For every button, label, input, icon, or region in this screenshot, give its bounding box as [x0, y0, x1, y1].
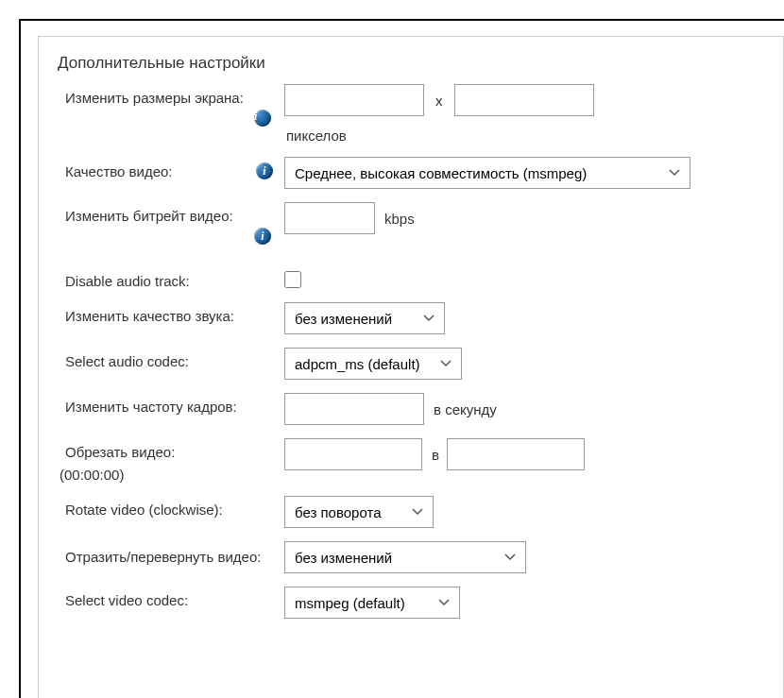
crop-to-input[interactable]: [447, 438, 585, 470]
disable-audio-checkbox[interactable]: [284, 271, 301, 288]
control-frame-rate: в секунду: [284, 393, 764, 425]
row-audio-quality: Изменить качество звука: без изменений: [58, 302, 764, 334]
video-bitrate-input[interactable]: [284, 202, 375, 234]
label-crop-video: Обрезать видео:: [58, 438, 284, 460]
row-video-bitrate: Изменить битрейт видео: i kbps: [58, 202, 764, 245]
label-audio-quality: Изменить качество звука:: [58, 302, 284, 324]
audio-quality-select[interactable]: без изменений: [284, 302, 445, 334]
control-video-quality: Среднее, высокая совместимость (msmpeg): [284, 157, 764, 189]
crop-separator: в: [432, 447, 439, 463]
screen-height-input[interactable]: [454, 84, 594, 116]
control-video-bitrate: kbps: [284, 202, 764, 234]
control-screen-size: x пикселов: [284, 84, 764, 144]
label-text-crop-video: Обрезать видео:: [65, 444, 175, 460]
label-text-audio-codec: Select audio codec:: [65, 353, 189, 369]
label-video-codec: Select video codec:: [58, 587, 284, 608]
control-audio-quality: без изменений: [284, 302, 764, 334]
rotate-select[interactable]: без поворота: [284, 496, 434, 528]
screen-size-unit: пикселов: [284, 128, 764, 144]
control-audio-codec: adpcm_ms (default): [284, 348, 764, 380]
row-video-quality: Качество видео: i Среднее, высокая совме…: [58, 157, 764, 189]
video-quality-select[interactable]: Среднее, высокая совместимость (msmpeg): [284, 157, 690, 189]
audio-codec-select[interactable]: adpcm_ms (default): [284, 348, 462, 380]
label-text-disable-audio: Disable audio track:: [65, 273, 190, 289]
label-text-video-quality: Качество видео:: [65, 163, 173, 179]
label-frame-rate: Изменить частоту кадров:: [58, 393, 284, 415]
panel-title: Дополнительные настройки: [58, 54, 764, 73]
row-video-codec: Select video codec: msmpeg (default): [58, 587, 764, 619]
frame-rate-input[interactable]: [284, 393, 424, 425]
control-crop-video: в: [284, 438, 764, 470]
video-codec-select[interactable]: msmpeg (default): [284, 587, 460, 619]
info-icon[interactable]: i: [254, 228, 271, 245]
label-text-flip: Отразить/перевернуть видео:: [65, 549, 261, 565]
row-audio-codec: Select audio codec: adpcm_ms (default): [58, 348, 764, 380]
control-video-codec: msmpeg (default): [284, 587, 764, 619]
label-text-screen-size: Изменить размеры экрана:: [65, 90, 244, 106]
row-disable-audio: Disable audio track:: [58, 267, 764, 289]
label-disable-audio: Disable audio track:: [58, 267, 284, 289]
info-icon[interactable]: i: [254, 110, 271, 127]
outer-frame: Дополнительные настройки Изменить размер…: [19, 19, 784, 698]
row-rotate: Rotate video (clockwise): без поворота: [58, 496, 764, 528]
info-icon[interactable]: i: [256, 162, 273, 179]
frame-rate-unit: в секунду: [434, 401, 497, 417]
label-rotate: Rotate video (clockwise):: [58, 496, 284, 518]
control-disable-audio: [284, 267, 764, 288]
screen-width-input[interactable]: [284, 84, 424, 116]
label-screen-size: Изменить размеры экрана: i: [58, 84, 284, 127]
label-text-audio-quality: Изменить качество звука:: [65, 308, 234, 324]
control-rotate: без поворота: [284, 496, 764, 528]
row-frame-rate: Изменить частоту кадров: в секунду: [58, 393, 764, 425]
row-crop-video: Обрезать видео: в: [58, 438, 764, 470]
label-text-video-bitrate: Изменить битрейт видео:: [65, 208, 233, 224]
advanced-settings-panel: Дополнительные настройки Изменить размер…: [38, 36, 784, 698]
label-audio-codec: Select audio codec:: [58, 348, 284, 369]
control-flip: без изменений: [284, 541, 764, 573]
label-video-bitrate: Изменить битрейт видео: i: [58, 202, 284, 245]
crop-from-input[interactable]: [284, 438, 422, 470]
dimension-separator: x: [432, 93, 447, 109]
label-text-rotate: Rotate video (clockwise):: [65, 502, 223, 518]
label-flip: Отразить/перевернуть видео:: [58, 541, 284, 569]
label-text-frame-rate: Изменить частоту кадров:: [65, 399, 237, 415]
row-screen-size: Изменить размеры экрана: i x пикселов: [58, 84, 764, 144]
label-text-video-codec: Select video codec:: [65, 592, 188, 608]
row-flip: Отразить/перевернуть видео: без изменени…: [58, 541, 764, 573]
video-bitrate-unit: kbps: [384, 211, 415, 227]
label-video-quality: Качество видео: i: [58, 157, 284, 179]
flip-select[interactable]: без изменений: [284, 541, 526, 573]
